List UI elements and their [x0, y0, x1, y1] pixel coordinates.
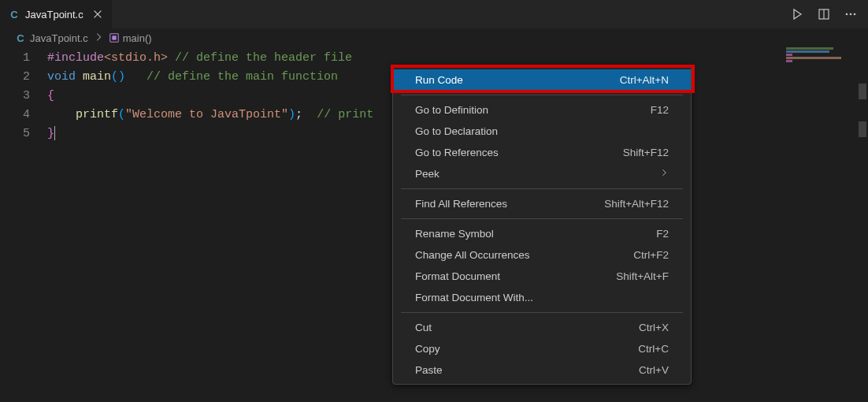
line-number: 3: [0, 87, 30, 106]
function-icon: [109, 32, 120, 43]
menu-item-label: Format Document With...: [415, 292, 533, 303]
menu-item-rename-symbol[interactable]: Rename SymbolF2: [393, 223, 691, 244]
scrollbar-thumb[interactable]: [859, 84, 866, 99]
line-number: 1: [0, 49, 30, 68]
menu-item-label: Go to Declaration: [415, 125, 498, 137]
menu-item-label: Peek: [415, 168, 440, 180]
more-actions-icon[interactable]: [844, 8, 857, 20]
tabbar-actions: [791, 8, 862, 20]
menu-item-shortcut: Ctrl+V: [639, 364, 669, 376]
tab-bar: C JavaTpoint.c: [0, 0, 868, 28]
menu-separator: [401, 312, 683, 313]
menu-item-shortcut: Shift+Alt+F: [616, 270, 669, 282]
svg-point-3: [850, 13, 852, 16]
menu-item-shortcut: Ctrl+C: [638, 343, 669, 355]
menu-separator: [401, 95, 683, 95]
menu-item-format-document[interactable]: Format DocumentShift+Alt+F: [393, 266, 691, 287]
svg-point-4: [854, 13, 856, 16]
menu-item-run-code[interactable]: Run CodeCtrl+Alt+N: [393, 69, 691, 91]
menu-item-shortcut: F12: [651, 104, 669, 116]
menu-separator: [401, 218, 683, 219]
menu-item-paste[interactable]: PasteCtrl+V: [393, 359, 691, 381]
menu-item-go-to-references[interactable]: Go to ReferencesShift+F12: [393, 142, 691, 163]
menu-item-find-all-references[interactable]: Find All ReferencesShift+Alt+F12: [393, 193, 691, 214]
run-icon[interactable]: [791, 8, 803, 20]
menu-item-peek[interactable]: Peek: [393, 163, 691, 184]
vertical-scrollbar[interactable]: [857, 28, 868, 402]
svg-rect-6: [112, 35, 116, 39]
scrollbar-thumb[interactable]: [859, 121, 866, 137]
menu-item-shortcut: Shift+F12: [623, 147, 669, 158]
line-number: 5: [0, 125, 30, 143]
menu-item-shortcut: Ctrl+Alt+N: [620, 74, 669, 86]
menu-item-label: Paste: [415, 364, 443, 376]
close-icon[interactable]: [91, 8, 104, 20]
line-number-gutter: 1 2 3 4 5: [0, 49, 47, 143]
menu-item-label: Find All References: [415, 198, 507, 210]
menu-item-label: Go to Definition: [415, 104, 488, 116]
chevron-right-icon: [659, 168, 669, 180]
breadcrumb-function: main(): [123, 32, 152, 44]
menu-item-label: Cut: [415, 322, 432, 333]
split-editor-icon[interactable]: [818, 8, 830, 20]
c-file-icon: C: [8, 8, 20, 20]
menu-item-copy[interactable]: CopyCtrl+C: [393, 338, 691, 359]
menu-item-label: Change All Occurrences: [415, 249, 530, 261]
menu-item-go-to-declaration[interactable]: Go to Declaration: [393, 121, 691, 142]
breadcrumb[interactable]: C JavaTpoint.c main(): [0, 28, 868, 47]
menu-item-shortcut: F2: [656, 228, 669, 240]
menu-item-label: Rename Symbol: [415, 228, 494, 240]
menu-item-cut[interactable]: CutCtrl+X: [393, 317, 691, 338]
menu-separator: [401, 188, 683, 189]
chevron-right-icon: [91, 32, 106, 45]
menu-item-change-all-occurrences[interactable]: Change All OccurrencesCtrl+F2: [393, 244, 691, 266]
line-number: 2: [0, 68, 30, 87]
menu-item-label: Format Document: [415, 270, 500, 282]
c-file-icon: C: [14, 32, 27, 44]
menu-item-label: Run Code: [415, 74, 463, 86]
minimap[interactable]: [786, 47, 849, 79]
breadcrumb-file: JavaTpoint.c: [30, 32, 88, 44]
menu-item-shortcut: Ctrl+X: [639, 322, 669, 333]
menu-item-label: Go to References: [415, 147, 499, 158]
text-cursor: [54, 126, 55, 140]
tab-label: JavaTpoint.c: [25, 9, 83, 20]
svg-point-2: [846, 13, 848, 16]
menu-item-shortcut: Shift+Alt+F12: [604, 198, 669, 210]
tab-javatpoint-c[interactable]: C JavaTpoint.c: [0, 0, 113, 28]
tabs: C JavaTpoint.c: [0, 0, 113, 28]
menu-item-go-to-definition[interactable]: Go to DefinitionF12: [393, 99, 691, 121]
menu-item-format-document-with[interactable]: Format Document With...: [393, 287, 691, 308]
context-menu: Run CodeCtrl+Alt+NGo to DefinitionF12Go …: [392, 65, 692, 385]
menu-item-shortcut: Ctrl+F2: [633, 249, 669, 261]
line-number: 4: [0, 106, 30, 125]
menu-item-label: Copy: [415, 343, 440, 355]
